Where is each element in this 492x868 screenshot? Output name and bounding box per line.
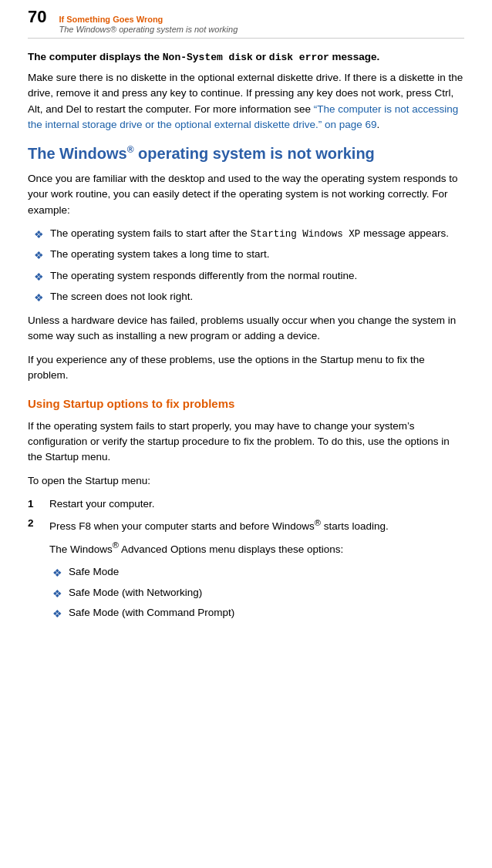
advanced-options-intro: The Windows® Advanced Options menu displ… [49,539,464,557]
page-header: 70 If Something Goes Wrong The Windows® … [28,0,464,39]
windows-not-working-heading: The Windows® operating system is not wor… [28,143,464,163]
bullet-text: The screen does not look right. [50,289,464,304]
header-title-top: If Something Goes Wrong [59,15,238,25]
list-item: ❖ Safe Mode (with Networking) [52,585,464,601]
list-item: ❖ Safe Mode [52,564,464,580]
diamond-bullet-icon: ❖ [52,606,62,621]
bullet-text: The operating system fails to start afte… [50,226,464,241]
section-startup-options: Using Startup options to fix problems If… [28,395,464,625]
windows-not-working-intro: Once you are familiar with the desktop a… [28,171,464,218]
startup-options-heading: Using Startup options to fix problems [28,395,464,412]
list-item: ❖ The operating system fails to start af… [34,226,464,242]
list-item: ❖ The screen does not look right. [34,289,464,305]
step-1-text: Restart your computer. [49,496,464,512]
step-2: 2 Press F8 when your computer starts and… [28,516,464,625]
startup-menu-para: If you experience any of these problems,… [28,352,464,384]
step-1-number: 1 [28,496,43,512]
diamond-bullet-icon: ❖ [34,227,44,242]
header-title-bottom: The Windows® operating system is not wor… [59,25,238,35]
page-number: 70 [28,5,46,29]
section-windows-not-working: The Windows® operating system is not wor… [28,143,464,383]
bullet-text: Safe Mode [69,564,464,580]
hardware-failure-para: Unless a hardware device has failed, pro… [28,313,464,345]
list-item: ❖ Safe Mode (with Command Prompt) [52,605,464,621]
non-system-disk-body: Make sure there is no diskette in the op… [28,70,464,133]
to-open-label: To open the Startup menu: [28,473,464,489]
diamond-bullet-icon: ❖ [34,290,44,305]
step-2-text: Press F8 when your computer starts and b… [49,520,389,532]
diamond-bullet-icon: ❖ [52,586,62,601]
header-text-block: If Something Goes Wrong The Windows® ope… [59,15,238,35]
diamond-bullet-icon: ❖ [34,269,44,284]
list-item: ❖ The operating system takes a long time… [34,247,464,263]
page-container: 70 If Something Goes Wrong The Windows® … [0,0,492,659]
bullet-text: Safe Mode (with Networking) [69,585,464,601]
startup-steps-list: 1 Restart your computer. 2 Press F8 when… [28,496,464,625]
windows-issues-list: ❖ The operating system fails to start af… [34,226,464,305]
bullet-text: Safe Mode (with Command Prompt) [69,605,464,621]
advanced-options-list: ❖ Safe Mode ❖ Safe Mode (with Networking… [52,564,464,621]
diamond-bullet-icon: ❖ [34,247,44,263]
non-system-disk-heading: The computer displays the Non-System dis… [28,49,464,66]
bullet-text: The operating system takes a long time t… [50,247,464,262]
bullet-text: The operating system responds differentl… [50,268,464,284]
step-2-content: Press F8 when your computer starts and b… [49,516,464,625]
startup-options-intro: If the operating system fails to start p… [28,419,464,466]
step-1: 1 Restart your computer. [28,496,464,512]
section-non-system-disk: The computer displays the Non-System dis… [28,49,464,133]
diamond-bullet-icon: ❖ [52,565,62,580]
step-2-number: 2 [28,516,43,531]
list-item: ❖ The operating system responds differen… [34,268,464,284]
